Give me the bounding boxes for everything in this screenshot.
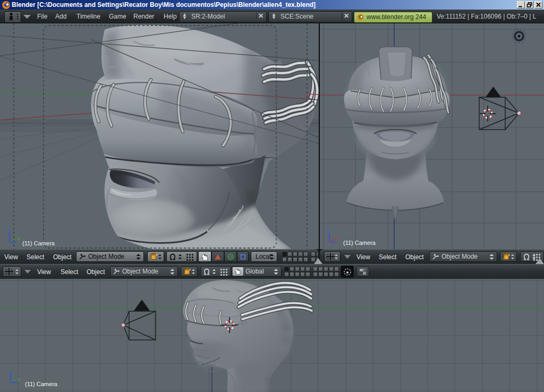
svg-text:x: x xyxy=(337,236,339,242)
svg-text:z: z xyxy=(327,227,329,233)
svg-text:(11) Camera: (11) Camera xyxy=(25,381,58,387)
svg-text:(11) Camera: (11) Camera xyxy=(22,240,55,246)
svg-text:(11) Camera: (11) Camera xyxy=(343,240,376,246)
svg-text:y: y xyxy=(18,236,20,241)
svg-text:z: z xyxy=(7,226,10,232)
svg-text:y: y xyxy=(18,377,21,382)
svg-text:z: z xyxy=(8,368,11,373)
